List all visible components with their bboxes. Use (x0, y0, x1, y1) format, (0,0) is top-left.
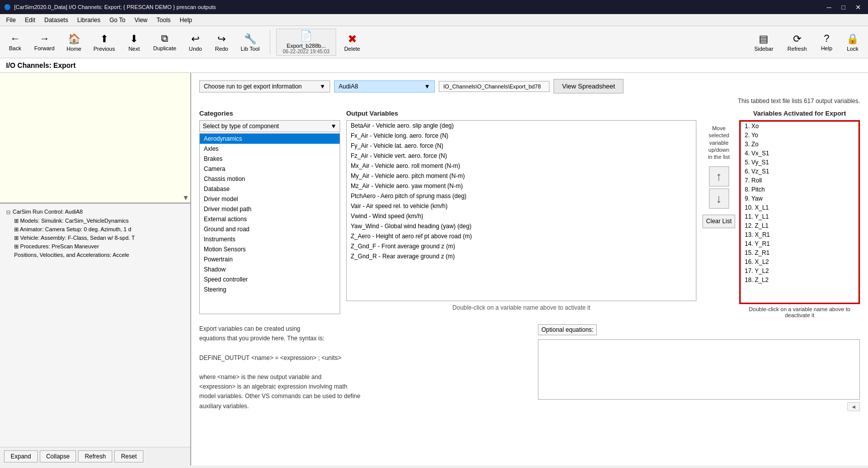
menu-edit[interactable]: Edit (21, 16, 39, 25)
sidebar-icon: ▤ (759, 33, 768, 45)
activated-item-12[interactable]: 13. X_R1 (741, 230, 858, 239)
menu-tools[interactable]: Tools (152, 16, 175, 25)
tree-child-models[interactable]: ⊞ Models: Simulink: CarSim_VehicleDynami… (12, 217, 186, 225)
home-button[interactable]: 🏠 Home (62, 29, 85, 56)
cat-item-chassis-motion[interactable]: Chassis motion (200, 174, 340, 184)
cat-item-driver-model-path[interactable]: Driver model path (200, 204, 340, 214)
activated-item-7[interactable]: 8. Pitch (741, 185, 858, 194)
menu-datasets[interactable]: Datasets (40, 16, 72, 25)
cat-item-powertrain[interactable]: Powertrain (200, 254, 340, 264)
reset-button[interactable]: Reset (114, 450, 143, 462)
menu-libraries[interactable]: Libraries (73, 16, 104, 25)
cat-item-axles[interactable]: Axles (200, 144, 340, 154)
view-spreadsheet-button[interactable]: View Spreadsheet (554, 79, 623, 93)
clear-list-button[interactable]: Clear List (702, 215, 735, 228)
parsfile-button[interactable]: 📄 Export_b288b... 06-22-2022 19:45:03 (276, 29, 336, 56)
duplicate-button[interactable]: ⧉ Duplicate (149, 29, 180, 56)
cat-item-instruments[interactable]: Instruments (200, 234, 340, 244)
back-button[interactable]: ← Back (4, 29, 26, 56)
cat-item-speed-controller[interactable]: Speed controller (200, 274, 340, 285)
next-button[interactable]: ⬇ Next (123, 29, 145, 56)
activated-list-wrapper: 1. Xo 2. Yo 3. Zo 4. Vx_S1 5. Vy_S1 6. V… (739, 120, 860, 304)
activated-item-13[interactable]: 14. Y_R1 (741, 239, 858, 248)
type-dropdown[interactable]: Select by type of component ▼ (199, 120, 340, 132)
optional-equations-input[interactable] (538, 339, 860, 400)
var-item-7[interactable]: PtchAero - Aero pitch of sprung mass (de… (347, 191, 696, 201)
info-text: This tabbed text file lists 617 output v… (199, 98, 860, 105)
cat-item-database[interactable]: Database (200, 184, 340, 194)
activated-item-4[interactable]: 5. Vy_S1 (741, 158, 858, 167)
activated-item-5[interactable]: 6. Vz_S1 (741, 167, 858, 176)
activated-item-11[interactable]: 12. Z_L1 (741, 221, 858, 230)
run-selector-dropdown[interactable]: AudiA8 ▼ (334, 80, 435, 92)
menu-view[interactable]: View (130, 16, 151, 25)
left-scroll-down[interactable]: ▼ (182, 194, 189, 202)
var-item-0[interactable]: BetaAir - Vehicle aero. slip angle (deg) (347, 121, 696, 131)
tree-item-carsim[interactable]: ⊟ CarSim Run Control: AudiA8 (4, 208, 186, 217)
activated-item-0[interactable]: 1. Xo (741, 122, 858, 131)
choose-run-dropdown[interactable]: Choose run to get export information ▼ (199, 80, 330, 92)
collapse-button[interactable]: Collapse (40, 450, 76, 462)
back-icon: ← (10, 33, 20, 44)
libtool-button[interactable]: 🔧 Lib Tool (236, 29, 264, 56)
redo-button[interactable]: ↪ Redo (210, 29, 232, 56)
menu-help[interactable]: Help (176, 16, 196, 25)
lock-button[interactable]: 🔒 Lock (841, 29, 864, 56)
close-button[interactable]: ✕ (852, 3, 864, 12)
cat-item-motion-sensors[interactable]: Motion Sensors (200, 244, 340, 254)
undo-button[interactable]: ↩ Undo (184, 29, 206, 56)
activated-item-6[interactable]: 7. Roll (741, 176, 858, 185)
var-item-2[interactable]: Fy_Air - Vehicle lat. aero. force (N) (347, 141, 696, 151)
activated-item-16[interactable]: 17. Y_L2 (741, 266, 858, 275)
var-item-3[interactable]: Fz_Air - Vehicle vert. aero. force (N) (347, 151, 696, 161)
refresh-toolbar-button[interactable]: ⟳ Refresh (782, 29, 812, 56)
maximize-button[interactable]: □ (838, 3, 848, 12)
var-item-5[interactable]: My_Air - Vehicle aero. pitch moment (N-m… (347, 171, 696, 181)
expand-button[interactable]: Expand (4, 450, 38, 462)
activated-item-1[interactable]: 2. Yo (741, 131, 858, 140)
minimize-button[interactable]: ─ (824, 3, 834, 12)
menu-goto[interactable]: Go To (105, 16, 129, 25)
activated-item-15[interactable]: 16. X_L2 (741, 257, 858, 266)
forward-button[interactable]: → Forward (30, 29, 58, 56)
cat-item-driver-model[interactable]: Driver model (200, 194, 340, 204)
move-down-button[interactable]: ↓ (709, 189, 729, 209)
activated-item-8[interactable]: 9. Yaw (741, 194, 858, 203)
cat-item-external-actions[interactable]: External actions (200, 214, 340, 224)
activated-item-9[interactable]: 10. X_L1 (741, 203, 858, 212)
activated-item-3[interactable]: 4. Vx_S1 (741, 149, 858, 158)
tree-child-vehicle[interactable]: ⊞ Vehicle: Assembly: F-Class, Sedan w/ 8… (12, 234, 186, 242)
move-up-button[interactable]: ↑ (709, 166, 729, 186)
tree-child-procedures[interactable]: ⊞ Procedures: PreScan Maneuver (12, 242, 186, 251)
activated-item-17[interactable]: 18. Z_L2 (741, 275, 858, 285)
var-item-6[interactable]: Mz_Air - Vehicle aero. yaw moment (N-m) (347, 181, 696, 191)
var-item-1[interactable]: Fx_Air - Vehicle long. aero. force (N) (347, 131, 696, 141)
cat-item-steering[interactable]: Steering (200, 285, 340, 295)
var-item-10[interactable]: Yaw_Wind - Global wind heading (yaw) (de… (347, 221, 696, 231)
activated-item-14[interactable]: 15. Z_R1 (741, 248, 858, 257)
categories-list: Aerodynamics Axles Brakes Camera Chassis… (199, 133, 340, 314)
var-item-4[interactable]: Mx_Air - Vehicle aero. roll moment (N-m) (347, 161, 696, 171)
tree-child-positions[interactable]: Positions, Velocities, and Accelerations… (12, 251, 186, 259)
cat-item-aerodynamics[interactable]: Aerodynamics (200, 134, 340, 144)
move-down-icon: ↓ (716, 192, 722, 206)
cat-item-camera[interactable]: Camera (200, 164, 340, 174)
delete-button[interactable]: ✖ Delete (340, 29, 364, 56)
var-item-12[interactable]: Z_Gnd_F - Front average ground z (m) (347, 241, 696, 251)
activated-item-10[interactable]: 11. Y_L1 (741, 212, 858, 221)
refresh-panel-button[interactable]: Refresh (78, 450, 112, 462)
var-item-13[interactable]: Z_Gnd_R - Rear average ground z (m) (347, 251, 696, 261)
var-item-11[interactable]: Z_Aero - Height of aero ref pt above roa… (347, 231, 696, 241)
var-item-8[interactable]: Vair - Air speed rel. to vehicle (km/h) (347, 201, 696, 211)
previous-button[interactable]: ⬆ Previous (90, 29, 119, 56)
sidebar-button[interactable]: ▤ Sidebar (749, 29, 778, 56)
cat-item-brakes[interactable]: Brakes (200, 154, 340, 164)
cat-item-shadow[interactable]: Shadow (200, 264, 340, 274)
help-button[interactable]: ? Help (816, 29, 837, 56)
cat-item-ground-road[interactable]: Ground and road (200, 224, 340, 234)
scroll-left-button[interactable]: ◄ (847, 402, 860, 411)
tree-child-animator[interactable]: ⊞ Animator: Camera Setup: 0 deg. Azimuth… (12, 225, 186, 234)
var-item-9[interactable]: Vwind - Wind speed (km/h) (347, 211, 696, 221)
menu-file[interactable]: File (2, 16, 20, 25)
activated-item-2[interactable]: 3. Zo (741, 140, 858, 149)
